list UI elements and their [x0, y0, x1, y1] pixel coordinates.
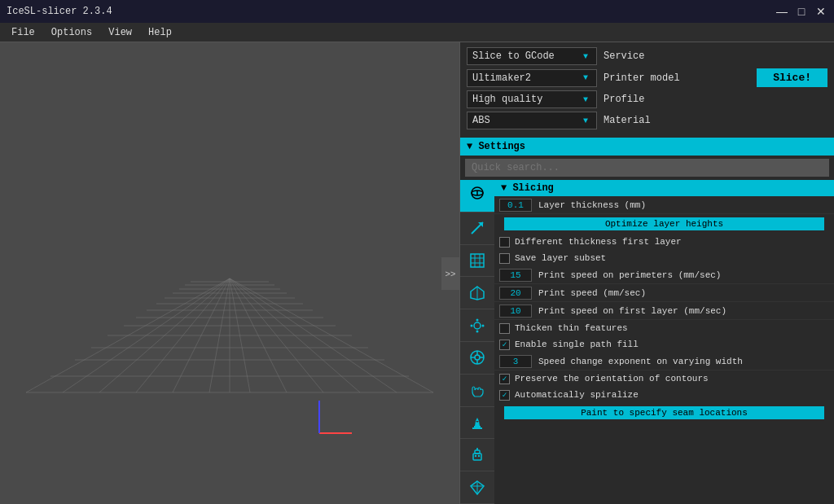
right-panel: Slice to GCode ▼ Service Ultimaker2 ▼ Pr…	[459, 42, 834, 504]
svg-rect-56	[475, 450, 480, 454]
slice-service-row: Slice to GCode ▼ Service	[467, 47, 827, 65]
slice-button[interactable]: Slice!	[757, 68, 827, 87]
svg-point-44	[471, 324, 473, 327]
diff-thickness-label: Different thickness first layer	[515, 237, 829, 247]
print-speed-first-input[interactable]	[499, 305, 532, 318]
chess-icon	[469, 414, 485, 431]
profile-dropdown[interactable]: High quality ▼	[467, 90, 597, 108]
menu-file[interactable]: File	[3, 25, 43, 40]
svg-point-60	[476, 448, 478, 449]
svg-point-57	[475, 455, 476, 457]
dropdown-arrow-2: ▼	[583, 73, 588, 82]
diff-thickness-checkbox[interactable]	[499, 237, 510, 248]
icon-sidebar	[460, 180, 494, 504]
minimize-button[interactable]: —	[775, 5, 788, 18]
hand-icon	[469, 382, 485, 398]
single-path-checkbox[interactable]: ✓	[499, 340, 510, 350]
layer-thickness-input[interactable]	[499, 199, 532, 212]
layer-thickness-label: Layer thickness (mm)	[538, 200, 829, 210]
spiralize-checkbox[interactable]: ✓	[499, 390, 510, 401]
slicing-section-header[interactable]: ▼ Slicing	[494, 180, 834, 196]
profile-value: High quality	[472, 94, 542, 105]
robot-icon-btn[interactable]	[460, 439, 494, 471]
maximize-button[interactable]: □	[795, 5, 808, 18]
grid-icon-btn[interactable]	[460, 277, 494, 309]
dropdown-arrow-3: ▼	[583, 95, 588, 104]
save-layer-label: Save layer subset	[515, 253, 829, 263]
svg-point-58	[478, 455, 480, 457]
print-speed-perim-input[interactable]	[499, 269, 532, 282]
menu-help[interactable]: Help	[140, 25, 180, 40]
menubar: File Options View Help	[0, 23, 834, 42]
paint-seam-btn-container: Paint to specify seam locations	[494, 403, 834, 423]
svg-rect-34	[471, 254, 484, 267]
window-controls: — □ ✕	[775, 5, 827, 18]
svg-point-47	[475, 355, 480, 360]
speed-change-label: Speed change exponent on varying width	[538, 357, 829, 366]
printer-model-label: Printer model	[604, 72, 680, 84]
print-speed-first-label: Print speed on first layer (mm/sec)	[538, 306, 829, 316]
material-dropdown[interactable]: ABS ▼	[467, 112, 597, 129]
settings-header[interactable]: ▼ Settings	[460, 138, 834, 156]
hand-icon-btn[interactable]	[460, 375, 494, 407]
diamond-icon	[469, 480, 485, 496]
material-label: Material	[604, 115, 651, 126]
svg-point-42	[476, 318, 479, 321]
mesh-icon-btn[interactable]	[460, 245, 494, 278]
wheel-icon-btn[interactable]	[460, 342, 494, 375]
print-speed-input[interactable]	[499, 287, 532, 300]
thicken-checkbox[interactable]	[499, 323, 510, 334]
print-speed-first-row: Print speed on first layer (mm/sec)	[494, 302, 834, 320]
profile-label: Profile	[604, 94, 644, 105]
paint-seam-button[interactable]: Paint to specify seam locations	[504, 406, 824, 419]
save-layer-row: Save layer subset	[494, 250, 834, 266]
collapse-panel-button[interactable]: >>	[441, 257, 459, 290]
optimize-btn-container: Optimize layer heights	[494, 214, 834, 234]
speed-change-input[interactable]	[499, 355, 532, 368]
grid-icon	[469, 285, 485, 301]
svg-marker-54	[476, 418, 479, 421]
preserve-row: ✓ Preserve the orientation of contours	[494, 370, 834, 387]
grid-svg	[0, 42, 459, 504]
mesh-icon	[469, 252, 485, 269]
search-input[interactable]	[465, 159, 829, 177]
optimize-layer-heights-button[interactable]: Optimize layer heights	[504, 217, 824, 230]
slice-to-gcode-dropdown[interactable]: Slice to GCode ▼	[467, 47, 597, 65]
3d-viewport[interactable]: >>	[0, 42, 459, 504]
robot-icon	[469, 447, 485, 463]
layers-icon-btn[interactable]	[460, 180, 494, 213]
material-row: ABS ▼ Material	[467, 112, 827, 129]
preserve-checkbox[interactable]: ✓	[499, 374, 510, 384]
layers-icon	[468, 186, 486, 204]
spiralize-label: Automatically spiralize	[515, 390, 829, 400]
single-path-label: Enable single path fill	[515, 340, 829, 349]
save-layer-checkbox[interactable]	[499, 253, 510, 264]
material-value: ABS	[472, 115, 490, 126]
settings-label: ▼ Settings	[467, 141, 525, 152]
search-container	[460, 156, 834, 180]
path-icon-btn[interactable]	[460, 213, 494, 245]
menu-options[interactable]: Options	[43, 25, 100, 40]
close-button[interactable]: ✕	[814, 5, 827, 18]
menu-view[interactable]: View	[100, 25, 140, 40]
diamond-icon-btn[interactable]	[460, 471, 494, 504]
gear-icon-btn[interactable]	[460, 309, 494, 342]
print-speed-perim-label: Print speed on perimeters (mm/sec)	[538, 270, 829, 280]
slice-to-gcode-value: Slice to GCode	[472, 50, 555, 62]
printer-model-dropdown[interactable]: Ultimaker2 ▼	[467, 69, 597, 87]
spiralize-row: ✓ Automatically spiralize	[494, 387, 834, 403]
layer-thickness-row: Layer thickness (mm)	[494, 196, 834, 214]
chess-icon-btn[interactable]	[460, 407, 494, 440]
svg-point-43	[476, 330, 479, 332]
print-speed-perim-row: Print speed on perimeters (mm/sec)	[494, 266, 834, 284]
svg-rect-0	[2, 42, 458, 504]
printer-row: Ultimaker2 ▼ Printer model Slice!	[467, 68, 827, 87]
dropdown-arrow-4: ▼	[583, 116, 588, 125]
thicken-label: Thicken thin features	[515, 323, 829, 333]
svg-rect-53	[474, 426, 481, 427]
dropdown-arrow-1: ▼	[583, 52, 588, 61]
wheel-icon	[469, 349, 485, 366]
svg-point-41	[474, 322, 481, 329]
settings-panel: ▼ Slicing Layer thickness (mm) Optimize …	[494, 180, 834, 504]
slicing-label: ▼ Slicing	[501, 182, 554, 194]
